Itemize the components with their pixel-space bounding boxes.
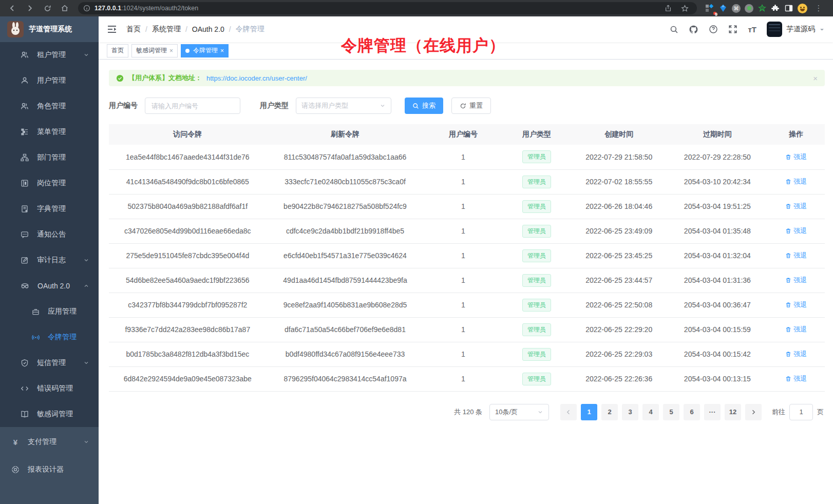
github-icon[interactable] [689, 25, 698, 34]
fullscreen-icon[interactable] [728, 25, 737, 34]
column-header: 刷新令牌 [267, 124, 424, 145]
page-number-button[interactable]: 12 [725, 404, 741, 420]
browser-reload-icon[interactable] [40, 2, 54, 14]
page-number-button[interactable]: 6 [684, 404, 700, 420]
username: 芋道源码 [786, 25, 815, 34]
force-logout-button[interactable]: 强退 [785, 226, 807, 236]
user-icon [21, 76, 29, 85]
force-logout-button[interactable]: 强退 [785, 276, 807, 285]
browser-profile-avatar[interactable] [798, 4, 807, 13]
sidebar-item-audit[interactable]: 审计日志 [0, 247, 99, 273]
sidebar-item-tenant[interactable]: 租户管理 [0, 42, 99, 68]
sidebar-bottom-section: ¥ 支付管理 报表设计器 [0, 427, 99, 504]
sidepanel-icon[interactable] [784, 4, 793, 13]
page-info-icon[interactable] [83, 5, 90, 12]
app-logo-bar[interactable]: 芋道管理系统 [0, 16, 99, 42]
sidebar: 芋道管理系统 租户管理 用户管理 角色管理 菜单管理 部门管理 岗位管理 字典管… [0, 16, 99, 504]
extensions-puzzle-icon[interactable] [771, 4, 780, 13]
page-number-button[interactable]: 2 [601, 404, 618, 420]
tab-sensitive-word[interactable]: 敏感词管理× [131, 44, 178, 57]
alert-close-icon[interactable]: × [813, 74, 818, 83]
force-logout-button[interactable]: 强退 [785, 152, 807, 162]
sidebar-item-notice[interactable]: 通知公告 [0, 222, 99, 247]
browser-forward-icon[interactable] [23, 2, 37, 14]
reset-button[interactable]: 重置 [451, 98, 491, 114]
address-bar[interactable]: 127.0.0.1:1024/system/oauth2/token [78, 2, 697, 14]
page-size-select[interactable]: 10条/页 [489, 404, 549, 420]
page-number-button[interactable]: 1 [581, 404, 597, 420]
force-logout-button[interactable]: 强退 [785, 177, 807, 186]
extension-star-icon[interactable] [758, 4, 767, 13]
app-logo [7, 21, 24, 37]
sidebar-item-menu[interactable]: 菜单管理 [0, 119, 99, 145]
sidebar-item-dept[interactable]: 部门管理 [0, 145, 99, 170]
close-icon[interactable]: × [169, 47, 173, 54]
page-content: 【用户体系】文档地址： https://doc.iocoder.cn/user-… [99, 60, 833, 420]
force-logout-button[interactable]: 强退 [785, 202, 807, 211]
dictionary-icon [21, 205, 29, 213]
browser-home-icon[interactable] [58, 2, 72, 14]
prev-page-button[interactable] [560, 404, 577, 420]
user-type-select[interactable]: 请选择用户类型 [296, 98, 391, 114]
close-icon[interactable]: × [220, 47, 224, 54]
sidebar-item-oauth-app[interactable]: 应用管理 [0, 299, 99, 324]
browser-toolbar: 127.0.0.1:1024/system/oauth2/token 9 ⌘ ⋮ [0, 0, 833, 16]
sidebar-item-role[interactable]: 角色管理 [0, 93, 99, 119]
help-icon[interactable] [709, 25, 718, 34]
share-icon[interactable] [661, 2, 675, 14]
force-logout-button[interactable]: 强退 [785, 251, 807, 260]
browser-back-icon[interactable] [5, 2, 20, 14]
page-number-button[interactable]: 5 [663, 404, 679, 420]
sidebar-item-sensitive-word[interactable]: 敏感词管理 [0, 401, 99, 427]
goto-page-input[interactable] [789, 404, 813, 420]
sidebar-item-oauth2[interactable]: OAuth 2.0 [0, 273, 99, 299]
page-number-button[interactable]: 3 [622, 404, 638, 420]
font-size-icon[interactable]: тT [748, 25, 756, 34]
table-row: f9336e7c7dd242a283ee98dc86b17a87 dfa6c71… [109, 317, 825, 342]
page-number-button[interactable]: 4 [642, 404, 659, 420]
search-button[interactable]: 搜索 [405, 98, 443, 114]
user-id-input[interactable] [145, 98, 240, 114]
force-logout-button[interactable]: 强退 [785, 325, 807, 334]
sidebar-item-errorcode[interactable]: 错误码管理 [0, 376, 99, 401]
token-table: 访问令牌 刷新令牌 用户编号 用户类型 创建时间 过期时间 操作 1ea5e44… [109, 124, 825, 392]
table-row: c347026e805e4d99b0d116eae66eda8c cdfc4ce… [109, 219, 825, 243]
browser-menu-icon[interactable]: ⋮ [811, 2, 826, 14]
sidebar-item-dict[interactable]: 字典管理 [0, 196, 99, 222]
bookmark-star-icon[interactable] [677, 2, 692, 14]
force-logout-button[interactable]: 强退 [785, 350, 807, 359]
extension-badge: 9 [713, 12, 716, 15]
user-profile[interactable]: 芋道源码 [767, 22, 825, 37]
main-area: 首页 / 系统管理 / OAuth 2.0 / 令牌管理 тT 芋道源码 首页 … [99, 16, 833, 504]
sidebar-item-report-designer[interactable]: 报表设计器 [0, 456, 99, 483]
extension-diamond-icon[interactable] [718, 4, 728, 13]
sidebar-item-user[interactable]: 用户管理 [0, 68, 99, 93]
briefcase-icon [32, 308, 40, 316]
more-pages-button[interactable]: ··· [704, 404, 721, 420]
url-text[interactable]: 127.0.0.1:1024/system/oauth2/token [94, 5, 198, 12]
extension-record-icon[interactable] [745, 4, 753, 13]
tab-home[interactable]: 首页 [107, 44, 128, 57]
breadcrumb-home[interactable]: 首页 [126, 25, 141, 34]
next-page-button[interactable] [745, 404, 762, 420]
users-icon [21, 102, 29, 110]
table-row: c342377bf8b344799dcbf7bf095287f2 9ce8ef2… [109, 293, 825, 317]
yen-icon: ¥ [11, 438, 20, 447]
sidebar-item-oauth-token[interactable]: 令牌管理 [0, 324, 99, 350]
sidebar-item-post[interactable]: 岗位管理 [0, 170, 99, 196]
force-logout-button[interactable]: 强退 [785, 374, 807, 383]
tab-token[interactable]: 令牌管理× [181, 44, 229, 57]
force-logout-button[interactable]: 强退 [785, 300, 807, 309]
extension-blocks-icon[interactable]: 9 [705, 4, 714, 13]
sidebar-item-sms[interactable]: 短信管理 [0, 350, 99, 376]
breadcrumb-oauth[interactable]: OAuth 2.0 [192, 25, 224, 33]
user-type-tag: 管理员 [522, 176, 551, 188]
header-search-icon[interactable] [670, 25, 678, 34]
doc-link[interactable]: https://doc.iocoder.cn/user-center/ [206, 74, 307, 82]
sidebar-item-pay[interactable]: ¥ 支付管理 [0, 428, 99, 456]
sidebar-collapse-icon[interactable] [107, 25, 117, 34]
extension-command-icon[interactable]: ⌘ [732, 4, 741, 13]
column-header: 创建时间 [571, 124, 667, 145]
table-row: 54d6be82ee5a460a9aedc1f9bf223656 49d1aa4… [109, 268, 825, 293]
breadcrumb-system[interactable]: 系统管理 [152, 25, 181, 34]
